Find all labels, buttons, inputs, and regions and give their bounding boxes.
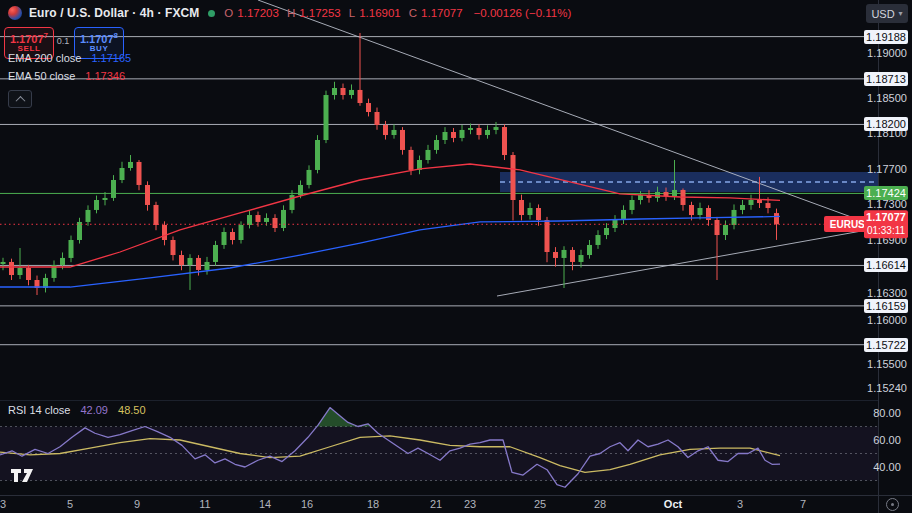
rsi-axis-label: 60.00 — [862, 434, 912, 446]
price-line-badge: 1.16159 — [864, 299, 908, 313]
ema50-value: 1.17346 — [85, 70, 125, 82]
price-line-badge: 1.19188 — [864, 30, 908, 44]
main-pane — [0, 0, 884, 345]
time-axis-label: 28 — [594, 498, 606, 510]
indicator-legend-rsi[interactable]: RSI 14 close 42.09 48.50 — [8, 404, 153, 416]
currency-selector[interactable]: USD ▾ — [866, 4, 908, 23]
change-value: −0.00126 (−0.11%) — [474, 7, 572, 19]
symbol-logo[interactable] — [8, 6, 22, 20]
symbol-legend: Euro / U.S. Dollar · 4h · FXCM O1.17203 … — [8, 6, 571, 20]
time-axis-label: 9 — [134, 498, 140, 510]
time-axis-label: 11 — [199, 498, 210, 510]
trendline — [258, 0, 884, 229]
time-axis-label: 23 — [464, 498, 476, 510]
market-open-icon[interactable] — [208, 10, 215, 17]
rsi-name: RSI 14 close — [8, 404, 70, 416]
rsi-ma-value: 48.50 — [118, 404, 146, 416]
ema200-name: EMA 200 close — [8, 52, 81, 64]
rsi-value: 42.09 — [80, 404, 108, 416]
price-axis-label: 1.18500 — [862, 92, 912, 104]
price-axis-label: 1.15240 — [862, 382, 912, 394]
price-axis-label: 1.19000 — [862, 47, 912, 59]
time-axis-label: 3 — [737, 498, 743, 510]
indicator-legend-ema50[interactable]: EMA 50 close 1.17346 — [8, 70, 125, 82]
chart-canvas[interactable] — [0, 0, 912, 495]
price-line-badge: 1.18713 — [864, 72, 908, 86]
price-line-badge: 1.18200 — [864, 117, 908, 131]
price-axis-label: 1.15500 — [862, 358, 912, 370]
price-axis[interactable]: 1.190001.185001.181001.177001.173001.169… — [862, 0, 912, 495]
ema200-value: 1.17165 — [91, 52, 131, 64]
open-value: 1.17203 — [237, 7, 279, 19]
time-axis-label: 3 — [0, 498, 6, 510]
time-axis-label: Oct — [664, 498, 682, 510]
time-axis-label: 21 — [430, 498, 442, 510]
price-axis-label: 1.17700 — [862, 163, 912, 175]
close-key: C — [409, 7, 417, 19]
time-axis-label: 14 — [259, 498, 271, 510]
rsi-overbought-fill — [145, 408, 371, 427]
high-key: H — [287, 7, 295, 19]
axis-settings-icon[interactable] — [886, 498, 899, 511]
open-key: O — [224, 7, 233, 19]
price-axis-label: 1.16000 — [862, 314, 912, 326]
rsi-pane — [0, 408, 878, 488]
spread-value: 0.1 — [52, 36, 74, 46]
close-value: 1.17077 — [421, 7, 463, 19]
current-price-badge: 1.1707701:33:11 — [864, 211, 908, 238]
high-value: 1.17253 — [299, 7, 341, 19]
time-axis[interactable]: 3591114161821232528Oct37 — [0, 495, 878, 513]
ohlc-values: O1.17203 H1.17253 L1.16901 C1.17077 — [224, 7, 466, 19]
price-line-badge: 1.15722 — [864, 338, 908, 352]
low-value: 1.16901 — [359, 7, 401, 19]
ema50-name: EMA 50 close — [8, 70, 75, 82]
ema200-line — [0, 216, 780, 287]
trading-chart-window: Euro / U.S. Dollar · 4h · FXCM O1.17203 … — [0, 0, 912, 513]
rsi-axis-label: 80.00 — [862, 407, 912, 419]
rsi-axis-label: 40.00 — [862, 461, 912, 473]
price-line-badge: 1.16614 — [864, 258, 908, 272]
price-axis-label: 1.16300 — [862, 287, 912, 299]
collapse-panel-button[interactable] — [8, 90, 32, 108]
time-axis-label: 18 — [367, 498, 379, 510]
chevron-down-icon: ▾ — [899, 9, 903, 18]
indicator-legend-ema200[interactable]: EMA 200 close 1.17165 — [8, 52, 131, 64]
green-line-badge: 1.17424 — [864, 186, 908, 200]
time-axis-label: 5 — [67, 498, 73, 510]
low-key: L — [349, 7, 355, 19]
chevron-up-icon — [15, 95, 25, 105]
time-axis-label: 16 — [301, 498, 313, 510]
time-axis-label: 25 — [534, 498, 546, 510]
time-axis-label: 7 — [800, 498, 806, 510]
symbol-title[interactable]: Euro / U.S. Dollar · 4h · FXCM — [29, 6, 199, 20]
pane-divider[interactable] — [0, 400, 878, 401]
